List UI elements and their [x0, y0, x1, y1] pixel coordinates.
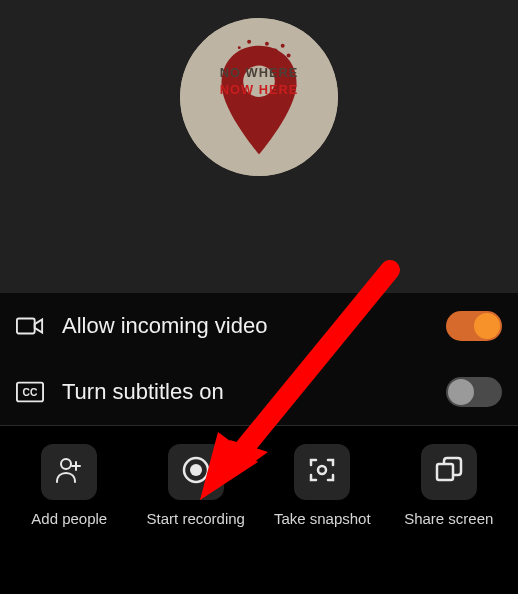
svg-point-17	[318, 466, 326, 474]
svg-point-7	[247, 40, 251, 44]
svg-point-4	[265, 42, 269, 46]
add-people-button[interactable]: Add people	[6, 444, 133, 527]
svg-rect-18	[437, 464, 453, 480]
start-recording-button[interactable]: Start recording	[133, 444, 260, 527]
svg-text:CC: CC	[23, 387, 38, 398]
action-icon-wrap	[421, 444, 477, 500]
option-turn-subtitles-on[interactable]: CC Turn subtitles on	[0, 359, 518, 425]
action-icon-wrap	[41, 444, 97, 500]
share-screen-icon	[434, 455, 464, 489]
record-icon	[181, 455, 211, 489]
svg-text:NO WHERE: NO WHERE	[220, 65, 298, 80]
svg-point-16	[190, 464, 202, 476]
svg-point-14	[61, 459, 71, 469]
avatar-image: NO WHERE NOW HERE	[180, 18, 338, 176]
action-label: Take snapshot	[274, 510, 371, 527]
options-panel: Allow incoming video CC Turn subtitles o…	[0, 292, 518, 539]
action-label: Add people	[31, 510, 107, 527]
toggle-knob	[448, 379, 474, 405]
action-label: Share screen	[404, 510, 493, 527]
svg-point-3	[281, 44, 285, 48]
snapshot-icon	[307, 455, 337, 489]
svg-rect-11	[17, 319, 35, 334]
video-stage: NO WHERE NOW HERE	[0, 0, 518, 292]
person-add-icon	[54, 456, 84, 488]
option-label: Allow incoming video	[62, 313, 428, 339]
svg-text:NOW HERE: NOW HERE	[220, 82, 298, 97]
action-label: Start recording	[147, 510, 245, 527]
option-label: Turn subtitles on	[62, 379, 428, 405]
video-icon	[16, 315, 44, 337]
toggle-turn-subtitles-on[interactable]	[446, 377, 502, 407]
toggle-allow-incoming-video[interactable]	[446, 311, 502, 341]
svg-point-5	[287, 54, 291, 58]
action-bar: Add people Start recording	[0, 426, 518, 539]
toggle-knob	[474, 313, 500, 339]
svg-point-2	[272, 49, 278, 55]
take-snapshot-button[interactable]: Take snapshot	[259, 444, 386, 527]
avatar: NO WHERE NOW HERE	[180, 18, 338, 176]
cc-icon: CC	[16, 381, 44, 403]
svg-point-6	[276, 59, 281, 64]
share-screen-button[interactable]: Share screen	[386, 444, 513, 527]
action-icon-wrap	[168, 444, 224, 500]
option-allow-incoming-video[interactable]: Allow incoming video	[0, 293, 518, 359]
action-icon-wrap	[294, 444, 350, 500]
svg-point-8	[238, 46, 241, 49]
